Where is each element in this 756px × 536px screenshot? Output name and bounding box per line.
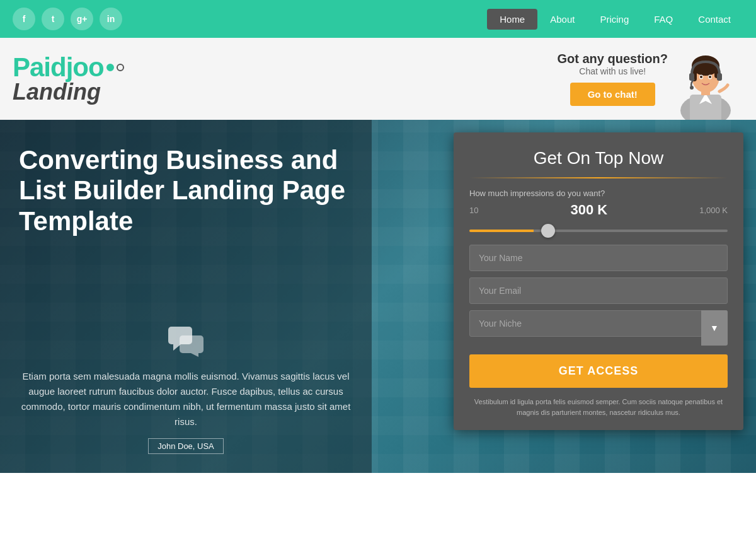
nav-home[interactable]: Home (487, 9, 537, 30)
chat-question: Got any question? (557, 52, 668, 66)
social-icons: f t g+ in (13, 8, 122, 30)
email-input[interactable] (469, 277, 728, 304)
impressions-slider[interactable] (469, 230, 728, 232)
facebook-icon[interactable]: f (13, 8, 35, 30)
impressions-label: How much impressions do you want? (469, 189, 728, 198)
svg-rect-13 (717, 73, 722, 81)
hero-title: Converting Business and List Builder Lan… (19, 145, 353, 236)
svg-point-14 (690, 86, 694, 90)
form-title: Get On Top Now (469, 148, 728, 168)
avatar (674, 38, 737, 120)
get-access-button[interactable]: GET ACCESS (469, 354, 728, 388)
logo-dot-2 (117, 64, 124, 71)
topbar: f t g+ in Home About Pricing FAQ Contact (0, 0, 756, 38)
chat-sub: Chat with us live! (557, 66, 668, 76)
chat-button[interactable]: Go to chat! (570, 83, 655, 106)
google-plus-icon[interactable]: g+ (71, 8, 93, 30)
hero-content: Converting Business and List Builder Lan… (0, 120, 372, 473)
logo-landing: Landing (13, 79, 124, 105)
bottom-section (0, 473, 756, 536)
nav-contact[interactable]: Contact (685, 9, 743, 30)
header: Paidjoo Landing Got any question? Chat w… (0, 38, 756, 120)
twitter-icon[interactable]: t (42, 8, 64, 30)
form-disclaimer: Vestibulum id ligula porta felis euismod… (469, 397, 728, 417)
linkedin-icon[interactable]: in (100, 8, 122, 30)
hero-section: Converting Business and List Builder Lan… (0, 120, 756, 473)
niche-select[interactable]: Your Niche Marketing Finance Health Tech… (469, 310, 728, 337)
select-wrapper: Your Niche Marketing Finance Health Tech… (469, 310, 728, 346)
logo-dot-1 (106, 64, 114, 71)
slider-container (469, 223, 728, 235)
name-input[interactable] (469, 245, 728, 271)
form-panel: Get On Top Now How much impressions do y… (454, 132, 743, 430)
hero-author: John Doe, USA (148, 438, 224, 454)
slider-value: 300 K (570, 202, 607, 218)
hero-quote: Etiam porta sem malesuada magna mollis e… (19, 369, 353, 429)
nav-faq[interactable]: FAQ (641, 9, 685, 30)
header-right: Got any question? Chat with us live! Go … (557, 38, 737, 120)
slider-row: 10 300 K 1,000 K (469, 202, 728, 218)
main-nav: Home About Pricing FAQ Contact (487, 9, 743, 30)
form-divider (469, 177, 728, 178)
svg-marker-18 (191, 353, 198, 357)
nav-pricing[interactable]: Pricing (587, 9, 641, 30)
quote-icon (167, 325, 205, 363)
svg-point-10 (700, 76, 702, 78)
svg-point-11 (709, 76, 711, 78)
logo: Paidjoo Landing (13, 53, 124, 105)
nav-about[interactable]: About (537, 9, 587, 30)
slider-max: 1,000 K (699, 206, 728, 215)
svg-rect-17 (180, 335, 203, 353)
logo-paidjoo: Paidjoo (13, 53, 104, 82)
chat-section: Got any question? Chat with us live! Go … (557, 52, 668, 106)
slider-min: 10 (469, 206, 478, 215)
